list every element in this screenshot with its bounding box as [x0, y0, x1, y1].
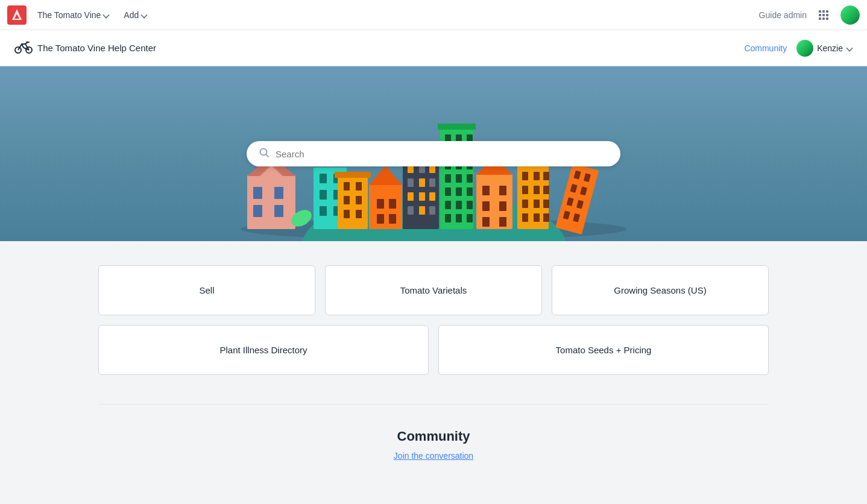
svg-rect-24 — [338, 175, 368, 229]
help-center-title: The Tomato Vine Help Center — [37, 43, 156, 53]
add-nav[interactable]: Add — [118, 7, 153, 24]
svg-rect-68 — [445, 187, 451, 196]
user-name: Kenzie — [817, 43, 843, 53]
hero-section — [0, 66, 867, 241]
svg-rect-20 — [320, 190, 327, 200]
svg-rect-31 — [356, 210, 362, 218]
svg-rect-101 — [543, 213, 549, 222]
svg-rect-90 — [522, 172, 528, 180]
svg-rect-29 — [356, 196, 362, 204]
help-logo[interactable]: The Tomato Vine Help Center — [14, 39, 156, 57]
svg-rect-92 — [543, 172, 549, 180]
user-menu[interactable]: Kenzie — [796, 40, 853, 57]
help-header-right: Community Kenzie — [744, 40, 853, 57]
svg-rect-55 — [438, 124, 476, 130]
svg-rect-79 — [482, 186, 490, 195]
svg-rect-46 — [419, 178, 425, 187]
svg-rect-81 — [482, 201, 490, 211]
svg-rect-82 — [499, 201, 506, 211]
svg-rect-51 — [408, 206, 414, 215]
hero-search-wrapper — [247, 141, 620, 166]
category-grid-top: Sell Tomato Varietals Growing Seasons (U… — [98, 265, 769, 315]
category-tomato-varietals[interactable]: Tomato Varietals — [325, 265, 542, 315]
svg-rect-95 — [543, 186, 549, 194]
grid-icon-button[interactable] — [814, 5, 833, 25]
tomato-vine-nav[interactable]: The Tomato Vine — [31, 7, 115, 24]
svg-rect-8 — [247, 175, 295, 229]
svg-rect-26 — [344, 182, 350, 191]
user-avatar-button[interactable] — [840, 5, 860, 25]
svg-rect-50 — [429, 192, 435, 201]
admin-bar: The Tomato Vine Add Guide admin — [0, 0, 867, 30]
community-title: Community — [98, 429, 769, 444]
svg-rect-94 — [534, 186, 540, 194]
category-growing-seasons[interactable]: Growing Seasons (US) — [552, 265, 769, 315]
svg-rect-77 — [476, 174, 512, 229]
grid-icon — [819, 10, 828, 20]
svg-rect-47 — [429, 178, 435, 187]
svg-rect-48 — [408, 192, 414, 201]
svg-rect-28 — [344, 196, 350, 204]
guide-admin-link[interactable]: Guide admin — [759, 10, 807, 20]
svg-point-5 — [27, 41, 28, 43]
svg-rect-25 — [335, 172, 371, 178]
main-content: Sell Tomato Varietals Growing Seasons (U… — [84, 241, 783, 504]
category-sell[interactable]: Sell — [98, 265, 315, 315]
bike-icon — [14, 39, 33, 57]
svg-rect-74 — [445, 214, 451, 222]
add-label: Add — [124, 10, 139, 20]
svg-rect-18 — [320, 174, 327, 183]
avatar — [840, 5, 860, 25]
svg-marker-33 — [369, 166, 402, 185]
svg-rect-15 — [274, 205, 283, 217]
section-divider — [98, 404, 769, 405]
svg-rect-14 — [253, 205, 262, 217]
sell-label: Sell — [199, 285, 214, 295]
svg-line-112 — [266, 155, 269, 157]
svg-rect-37 — [389, 214, 396, 224]
svg-rect-36 — [377, 214, 384, 224]
svg-rect-93 — [522, 186, 528, 194]
category-tomato-seeds[interactable]: Tomato Seeds + Pricing — [438, 325, 769, 375]
join-conversation-link[interactable]: Join the conversation — [394, 451, 473, 461]
chevron-down-icon-2 — [141, 11, 148, 18]
category-plant-illness[interactable]: Plant Illness Directory — [98, 325, 429, 375]
svg-rect-45 — [408, 178, 414, 187]
plant-illness-label: Plant Illness Directory — [219, 345, 307, 355]
community-link[interactable]: Community — [744, 43, 787, 53]
tomato-vine-label: The Tomato Vine — [37, 10, 101, 20]
svg-rect-66 — [456, 174, 462, 183]
tomato-varietals-label: Tomato Varietals — [400, 285, 467, 295]
user-avatar-small — [796, 40, 813, 57]
admin-nav: The Tomato Vine Add — [31, 7, 153, 24]
admin-bar-right: Guide admin — [759, 5, 860, 25]
svg-rect-99 — [522, 213, 528, 222]
search-icon — [259, 147, 270, 160]
svg-rect-91 — [534, 172, 540, 180]
svg-rect-72 — [456, 201, 462, 209]
svg-rect-53 — [429, 206, 435, 215]
svg-rect-76 — [467, 214, 473, 222]
community-section: Community Join the conversation — [98, 429, 769, 485]
search-box — [247, 141, 620, 166]
growing-seasons-label: Growing Seasons (US) — [614, 285, 706, 295]
svg-rect-27 — [356, 182, 362, 191]
svg-rect-32 — [369, 184, 402, 229]
svg-rect-97 — [534, 200, 540, 208]
svg-rect-65 — [445, 174, 451, 183]
svg-rect-100 — [534, 213, 540, 222]
search-input[interactable] — [276, 149, 608, 159]
svg-rect-67 — [467, 174, 473, 183]
tomato-seeds-label: Tomato Seeds + Pricing — [556, 345, 652, 355]
svg-rect-73 — [467, 201, 473, 209]
svg-rect-12 — [253, 187, 262, 199]
brand-logo[interactable] — [7, 5, 27, 25]
svg-rect-69 — [456, 187, 462, 196]
svg-rect-49 — [419, 192, 425, 201]
svg-rect-84 — [499, 217, 506, 227]
category-grid-bottom: Plant Illness Directory Tomato Seeds + P… — [98, 325, 769, 375]
svg-rect-70 — [467, 187, 473, 196]
svg-rect-80 — [499, 186, 506, 195]
svg-rect-96 — [522, 200, 528, 208]
svg-rect-35 — [389, 199, 396, 209]
